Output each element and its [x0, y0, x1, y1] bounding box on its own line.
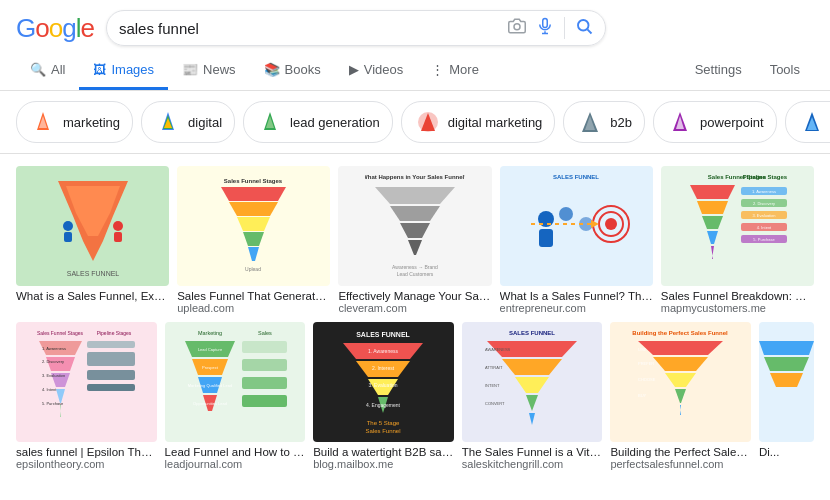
nav-tabs: 🔍 All 🖼 Images 📰 News 📚 Books ▶ Videos ⋮… — [0, 52, 830, 91]
tab-all[interactable]: 🔍 All — [16, 52, 79, 90]
header: Google — [0, 0, 830, 52]
svg-point-0 — [514, 24, 520, 30]
videos-icon: ▶ — [349, 62, 359, 77]
image-card-11[interactable]: Di... — [759, 322, 814, 470]
image-card-9[interactable]: SALES FUNNEL AWARENESS ATTIRAIT INTENT C… — [462, 322, 603, 470]
svg-rect-83 — [87, 341, 135, 348]
svg-marker-77 — [60, 405, 61, 417]
svg-text:PREFER: PREFER — [638, 361, 654, 366]
svg-text:Sales Funnel Stages: Sales Funnel Stages — [224, 178, 283, 184]
image-caption-2: Sales Funnel That Generates Reven... — [177, 290, 330, 302]
svg-rect-28 — [114, 232, 122, 242]
svg-rect-98 — [242, 359, 287, 371]
news-icon: 📰 — [182, 62, 198, 77]
svg-text:Sales: Sales — [258, 330, 272, 336]
svg-marker-56 — [690, 185, 735, 199]
svg-rect-84 — [87, 352, 135, 366]
filter-powerpoint-thumb — [666, 108, 694, 136]
svg-text:Prospect: Prospect — [202, 365, 219, 370]
svg-marker-32 — [229, 202, 278, 216]
svg-rect-100 — [242, 395, 287, 407]
filter-b2b-thumb — [576, 108, 604, 136]
svg-point-25 — [63, 221, 73, 231]
svg-text:What Happens in Your Sales Fun: What Happens in Your Sales Funnel? — [365, 174, 465, 180]
svg-marker-128 — [680, 405, 681, 415]
mic-icon[interactable] — [536, 17, 554, 39]
svg-text:Awareness → Brand: Awareness → Brand — [392, 264, 438, 270]
svg-marker-126 — [665, 373, 696, 387]
filter-marketing[interactable]: marketing — [16, 101, 133, 143]
image-card-4[interactable]: SALES FUNNEL What Is a Sales Funnel? The… — [500, 166, 653, 314]
tab-more[interactable]: ⋮ More — [417, 52, 493, 90]
svg-text:Sales Funnel: Sales Funnel — [366, 428, 401, 434]
image-card-6[interactable]: Sales Funnel Stages Pipeline Stages 1. A… — [16, 322, 157, 470]
image-caption-10: Building the Perfect Sales Funnel — [610, 446, 751, 458]
svg-text:Opportunities Lead: Opportunities Lead — [193, 401, 227, 406]
svg-text:1. Awareness: 1. Awareness — [42, 346, 66, 351]
search-icons — [508, 17, 593, 39]
svg-marker-38 — [375, 187, 455, 204]
filter-digital[interactable]: digital — [141, 101, 235, 143]
svg-text:USE: USE — [638, 347, 647, 352]
tab-tools[interactable]: Tools — [756, 52, 814, 90]
svg-text:3. Evaluation: 3. Evaluation — [42, 373, 65, 378]
filter-marketing-thumb — [29, 108, 57, 136]
filter-digital-marketing[interactable]: digital marketing — [401, 101, 556, 143]
image-card-3[interactable]: What Happens in Your Sales Funnel? Aware… — [338, 166, 491, 314]
image-card-5[interactable]: Sales Funnel Stages Pipeline Stages 1. A… — [661, 166, 814, 314]
svg-text:5. Purchase: 5. Purchase — [753, 237, 775, 242]
svg-text:SALES FUNNEL: SALES FUNNEL — [66, 270, 119, 277]
tab-videos[interactable]: ▶ Videos — [335, 52, 418, 90]
svg-text:Marketing: Marketing — [198, 330, 222, 336]
tab-settings[interactable]: Settings — [681, 52, 756, 90]
svg-marker-133 — [759, 341, 814, 355]
svg-text:INTENT: INTENT — [485, 383, 500, 388]
tab-books[interactable]: 📚 Books — [250, 52, 335, 90]
svg-marker-35 — [248, 247, 259, 261]
camera-icon[interactable] — [508, 17, 526, 39]
image-card-10[interactable]: Building the Perfect Sales Funnel USE PR… — [610, 322, 751, 470]
svg-rect-97 — [242, 341, 287, 353]
tab-images[interactable]: 🖼 Images — [79, 52, 168, 90]
svg-rect-85 — [87, 370, 135, 380]
svg-marker-125 — [653, 357, 708, 371]
image-card-7[interactable]: Marketing Lead Capture Prospect Marketin… — [165, 322, 306, 470]
image-card-8[interactable]: SALES FUNNEL 1. Awareness 2. Interest 3.… — [313, 322, 454, 470]
svg-marker-41 — [408, 240, 422, 255]
svg-text:Uplead: Uplead — [245, 266, 261, 272]
search-icon[interactable] — [564, 17, 593, 39]
image-source-8: blog.mailbox.me — [313, 458, 454, 470]
svg-marker-116 — [515, 377, 549, 393]
filter-digital-marketing-thumb — [414, 108, 442, 136]
all-icon: 🔍 — [30, 62, 46, 77]
svg-marker-39 — [390, 206, 440, 221]
svg-text:1. Awareness: 1. Awareness — [369, 348, 399, 354]
svg-line-5 — [587, 29, 591, 33]
image-card-1[interactable]: SALES FUNNEL What is a Sales Funnel, Exa… — [16, 166, 169, 314]
filter-b2b[interactable]: b2b — [563, 101, 645, 143]
svg-text:4. Intent: 4. Intent — [757, 225, 772, 230]
search-bar[interactable] — [106, 10, 606, 46]
svg-marker-135 — [770, 373, 803, 387]
svg-marker-40 — [400, 223, 430, 238]
svg-point-51 — [605, 218, 617, 230]
tab-news[interactable]: 📰 News — [168, 52, 250, 90]
svg-text:SALES FUNNEL: SALES FUNNEL — [509, 330, 555, 336]
svg-marker-34 — [243, 232, 264, 246]
filter-lead-generation[interactable]: lead generation — [243, 101, 393, 143]
image-caption-11: Di... — [759, 446, 814, 458]
svg-text:1. Awareness: 1. Awareness — [752, 189, 776, 194]
svg-text:Building the Perfect Sales Fun: Building the Perfect Sales Funnel — [632, 330, 728, 336]
filter-powerpoint[interactable]: powerpoint — [653, 101, 777, 143]
svg-marker-118 — [529, 413, 535, 425]
filter-social-media[interactable]: social media — [785, 101, 830, 143]
svg-marker-60 — [711, 246, 714, 259]
filter-lead-generation-thumb — [256, 108, 284, 136]
image-source-4: entrepreneur.com — [500, 302, 653, 314]
svg-text:CHOOSE: CHOOSE — [638, 377, 656, 382]
svg-text:2. Discovery: 2. Discovery — [753, 201, 775, 206]
svg-text:BUY: BUY — [638, 393, 647, 398]
image-card-2[interactable]: Sales Funnel Stages Uplead Sales Funnel … — [177, 166, 330, 314]
svg-marker-57 — [697, 201, 728, 214]
search-input[interactable] — [119, 20, 500, 37]
